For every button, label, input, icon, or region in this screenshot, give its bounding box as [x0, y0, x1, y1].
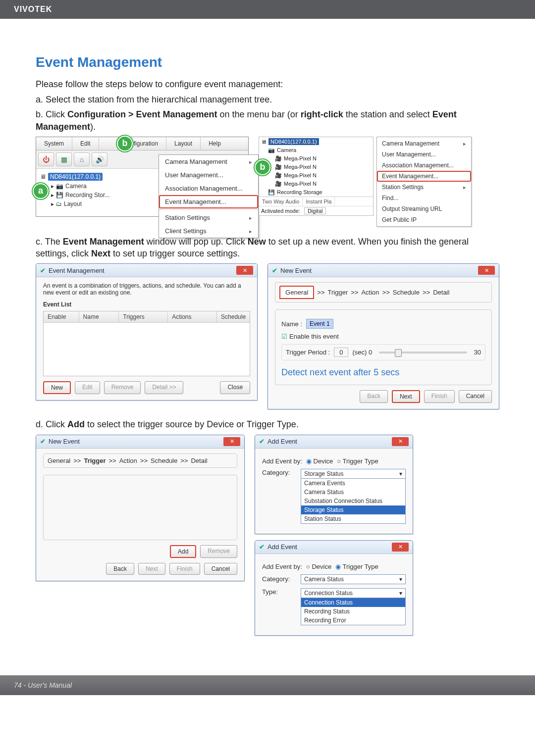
menu-layout[interactable]: Layout — [166, 137, 201, 150]
remove-button[interactable]: Remove — [104, 381, 141, 394]
trigger-period-slider[interactable] — [379, 352, 467, 353]
new-button[interactable]: New — [43, 381, 71, 394]
tree-root[interactable]: ND8401(127.0.0.1) — [48, 173, 103, 181]
close-button[interactable]: ✕ — [392, 543, 409, 552]
trigger-period-label: Trigger Period : — [286, 349, 330, 356]
context-station-settings[interactable]: Station Settings — [377, 182, 471, 193]
close-button[interactable]: ✕ — [223, 437, 240, 446]
option-substation-status[interactable]: Substation Connection Status — [301, 497, 405, 505]
window-title: Add Event — [268, 438, 297, 445]
context-assoc-mgmt[interactable]: Association Management... — [377, 160, 471, 171]
type-label: Type: — [262, 588, 297, 596]
tree-cam3[interactable]: Mega-Pixel N — [284, 172, 317, 178]
close-button[interactable]: Close — [220, 381, 250, 394]
context-camera-mgmt[interactable]: Camera Management — [377, 138, 471, 149]
cancel-button[interactable]: Cancel — [204, 563, 237, 575]
tree-camera[interactable]: Camera — [277, 147, 296, 153]
radio-device[interactable]: Device — [306, 457, 333, 465]
mode-value[interactable]: Digital — [304, 207, 326, 214]
finish-button[interactable]: Finish — [169, 563, 200, 575]
context-find[interactable]: Find... — [377, 193, 471, 203]
check-icon: ✔ — [259, 543, 265, 551]
enable-event-checkbox[interactable]: Enable this event — [281, 333, 339, 340]
col-name[interactable]: Name — [79, 311, 119, 322]
menu-system[interactable]: System — [36, 137, 72, 150]
event-list-label: Event List — [43, 301, 250, 308]
context-get-public-ip[interactable]: Get Public IP — [377, 214, 471, 225]
finish-button[interactable]: Finish — [424, 390, 455, 403]
back-button[interactable]: Back — [360, 390, 388, 403]
type-select[interactable]: Connection Status▾ — [301, 588, 406, 598]
tree-recording-storage[interactable]: Recording Storage — [277, 189, 322, 195]
category-select[interactable]: Storage Status▾ — [301, 469, 406, 479]
section-title: Event Management — [36, 54, 499, 70]
context-user-mgmt[interactable]: User Management... — [377, 149, 471, 160]
context-output-url[interactable]: Output Streaming URL — [377, 203, 471, 214]
window-title: Add Event — [268, 543, 297, 551]
detail-button[interactable]: Detail >> — [145, 381, 183, 394]
cancel-button[interactable]: Cancel — [459, 390, 492, 403]
check-icon: ✔ — [40, 438, 46, 445]
context-event-mgmt[interactable]: Event Management... — [377, 171, 471, 182]
tree-camera[interactable]: Camera — [65, 183, 87, 190]
home-icon[interactable]: ⌂ — [74, 152, 90, 166]
submenu-client-settings[interactable]: Client Settings — [159, 224, 258, 238]
col-enable[interactable]: Enable — [44, 311, 79, 322]
col-actions[interactable]: Actions — [168, 311, 217, 322]
grid-icon[interactable]: ▦ — [56, 152, 72, 166]
submenu-camera-mgmt[interactable]: Camera Management — [159, 155, 258, 168]
option-recording-status[interactable]: Recording Status — [301, 607, 405, 616]
next-button[interactable]: Next — [392, 390, 420, 403]
cam-icon: 🎥 — [275, 155, 282, 162]
speaker-icon[interactable]: 🔊 — [92, 152, 107, 166]
back-button[interactable]: Back — [106, 563, 134, 575]
submenu-event-mgmt[interactable]: Event Management... — [159, 195, 258, 208]
plus-icon[interactable]: ▸ — [51, 201, 54, 207]
plus-icon[interactable]: ▸ — [51, 183, 54, 190]
option-camera-events[interactable]: Camera Events — [301, 479, 405, 488]
close-button[interactable]: ✕ — [392, 437, 409, 446]
tab-two-way-audio[interactable]: Two Way Audio — [259, 197, 303, 206]
close-button[interactable]: ✕ — [236, 266, 253, 275]
power-icon[interactable]: ⏻ — [38, 152, 54, 166]
option-recording-error[interactable]: Recording Error — [301, 616, 405, 625]
tree-cam2[interactable]: Mega-Pixel N — [284, 164, 317, 170]
radio-device[interactable]: Device — [306, 563, 331, 570]
mode-label: Activated mode: — [261, 208, 300, 214]
option-connection-status[interactable]: Connection Status — [301, 598, 405, 607]
callout-a-badge: a — [33, 183, 49, 199]
col-schedule[interactable]: Schedule — [217, 311, 250, 322]
tree-layout[interactable]: Layout — [64, 201, 82, 207]
callout-b-badge: b — [255, 159, 270, 175]
menu-help[interactable]: Help — [201, 137, 229, 150]
menu-edit[interactable]: Edit — [72, 137, 99, 150]
submenu-user-mgmt[interactable]: User Management... — [159, 168, 258, 182]
submenu-assoc-mgmt[interactable]: Association Management... — [159, 182, 258, 195]
plus-icon[interactable]: ▸ — [51, 192, 54, 199]
trigger-period-input[interactable]: 0 — [334, 348, 348, 357]
submenu-station-settings[interactable]: Station Settings — [159, 211, 258, 224]
close-button[interactable]: ✕ — [478, 266, 495, 275]
add-button[interactable]: Add — [170, 545, 196, 558]
category-select[interactable]: Camera Status▾ — [301, 574, 406, 584]
next-button[interactable]: Next — [138, 563, 165, 575]
edit-button[interactable]: Edit — [75, 381, 100, 394]
col-triggers[interactable]: Triggers — [119, 311, 168, 322]
tree-cam1[interactable]: Mega-Pixel N — [284, 155, 317, 161]
tree-recording-storage[interactable]: Recording Stor... — [65, 192, 109, 199]
tree-root[interactable]: ND8401(127.0.0.1) — [268, 138, 319, 145]
radio-trigger-type[interactable]: Trigger Type — [337, 457, 378, 465]
callout-b-badge: b — [117, 136, 133, 151]
remove-button[interactable]: Remove — [200, 545, 237, 558]
option-station-status[interactable]: Station Status — [301, 514, 405, 523]
layout-folder-icon: 🗂 — [56, 201, 62, 207]
tab-general[interactable]: General — [279, 286, 314, 299]
chevron-down-icon: ▾ — [399, 576, 402, 583]
radio-trigger-type[interactable]: Trigger Type — [335, 563, 378, 570]
tab-instant-play[interactable]: Instant Pla — [303, 197, 335, 206]
chevron-right-icon — [249, 158, 252, 165]
option-storage-status[interactable]: Storage Status — [301, 505, 405, 514]
event-name-input[interactable]: Event 1 — [306, 319, 333, 329]
tree-cam4[interactable]: Mega-Pixel N — [284, 181, 317, 187]
option-camera-status[interactable]: Camera Status — [301, 488, 405, 497]
